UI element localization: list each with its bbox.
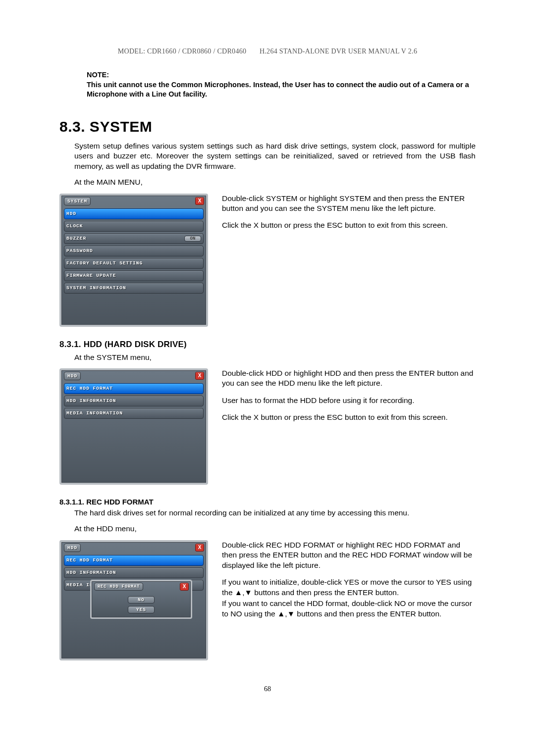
- label: FACTORY DEFAULT SETTING: [66, 260, 143, 266]
- hdd-item-hdd-info[interactable]: HDD INFORMATION: [64, 396, 204, 406]
- hdd-panel-title: HDD: [64, 544, 81, 552]
- label: SYSTEM INFORMATION: [66, 285, 126, 291]
- hdd-item-rec-format[interactable]: REC HDD FORMAT: [64, 383, 204, 394]
- label: CLOCK: [66, 223, 83, 229]
- system-item-clock[interactable]: CLOCK: [64, 221, 204, 232]
- label: HDD: [66, 211, 76, 216]
- page-header: MODEL: CDR1660 / CDR0860 / CDR0460 H.264…: [59, 48, 476, 55]
- popup-title: REC HDD FORMAT: [94, 583, 143, 591]
- yes-button[interactable]: YES: [128, 606, 155, 613]
- note-title: NOTE:: [87, 70, 476, 80]
- label: REC HDD FORMAT: [66, 386, 113, 391]
- at-system-menu: At the SYSTEM menu,: [74, 353, 476, 362]
- buzzer-value[interactable]: ON: [184, 236, 201, 242]
- hdd-side-p2: User has to format the HDD before using …: [222, 396, 476, 405]
- header-manual: H.264 STAND-ALONE DVR USER MANUAL V 2.6: [260, 48, 417, 55]
- hdd-item-media-info[interactable]: MEDIA INFORMATION: [64, 408, 204, 419]
- hdd-side-p3: Click the X button or press the ESC butt…: [222, 412, 476, 422]
- up-down-arrow-icon: ▲,▼: [277, 609, 295, 618]
- system-item-buzzer[interactable]: BUZZER ON: [64, 233, 204, 244]
- close-icon[interactable]: X: [195, 372, 204, 380]
- hdd-item-rec-format[interactable]: REC HDD FORMAT: [64, 555, 204, 566]
- at-hdd-menu: At the HDD menu,: [74, 524, 476, 534]
- system-item-password[interactable]: PASSWORD: [64, 246, 204, 256]
- no-button[interactable]: NO: [128, 596, 155, 604]
- rec-side-p1: Double-click REC HDD FORMAT or highlight…: [222, 540, 476, 570]
- system-panel-title: SYSTEM: [64, 197, 91, 205]
- system-menu-panel: SYSTEM X HDD CLOCK BUZZER ON PASSWO: [59, 194, 208, 327]
- hdd-menu-panel-with-popup: HDD X REC HDD FORMAT HDD INFORMATION MED…: [59, 540, 208, 660]
- section-8-3-intro: System setup defines various system sett…: [74, 141, 476, 171]
- section-8-3-1-title: 8.3.1. HDD (HARD DISK DRIVE): [59, 340, 476, 350]
- section-8-3-title: 8.3. SYSTEM: [59, 118, 476, 135]
- header-model: MODEL: CDR1660 / CDR0860 / CDR0460: [118, 48, 247, 55]
- label: REC HDD FORMAT: [66, 557, 113, 563]
- system-item-factory-default[interactable]: FACTORY DEFAULT SETTING: [64, 258, 204, 269]
- rec-side-p2: If you want to initialize, double-click …: [222, 577, 476, 598]
- system-item-hdd[interactable]: HDD: [64, 208, 204, 219]
- hdd-side-p1: Double-click HDD or highlight HDD and th…: [222, 368, 476, 389]
- note-body: This unit cannot use the Common Micropho…: [87, 80, 476, 100]
- rec-desc: The hard disk drives set for normal reco…: [74, 508, 476, 518]
- system-item-firmware-update[interactable]: FIRMWARE UPDATE: [64, 270, 204, 281]
- system-side-p1: Double-click SYSTEM or highlight SYSTEM …: [222, 194, 476, 214]
- close-icon[interactable]: X: [180, 583, 189, 591]
- label: FIRMWARE UPDATE: [66, 273, 116, 278]
- system-side-p2: Click the X button or press the ESC butt…: [222, 220, 476, 230]
- note-block: NOTE: This unit cannot use the Common Mi…: [87, 70, 476, 100]
- label: PASSWORD: [66, 248, 93, 253]
- system-item-system-information[interactable]: SYSTEM INFORMATION: [64, 283, 204, 294]
- page-number: 68: [59, 685, 476, 693]
- rec-hdd-format-dialog: REC HDD FORMAT X NO YES: [90, 580, 192, 619]
- hdd-panel-title: HDD: [64, 372, 81, 380]
- label: HDD INFORMATION: [66, 570, 116, 575]
- at-main-menu: At the MAIN MENU,: [74, 177, 476, 187]
- hdd-item-hdd-info[interactable]: HDD INFORMATION: [64, 567, 204, 578]
- label: MEDIA INFORMATION: [66, 410, 123, 416]
- hdd-menu-panel: HDD X REC HDD FORMAT HDD INFORMATION MED…: [59, 368, 208, 485]
- rec-side-p3: If you want to cancel the HDD format, do…: [222, 599, 476, 619]
- up-down-arrow-icon: ▲,▼: [235, 588, 252, 597]
- close-icon[interactable]: X: [195, 197, 204, 205]
- section-8-3-1-1-title: 8.3.1.1. REC HDD FORMAT: [59, 498, 476, 506]
- label: HDD INFORMATION: [66, 398, 116, 403]
- close-icon[interactable]: X: [195, 544, 204, 552]
- label: BUZZER: [66, 236, 86, 241]
